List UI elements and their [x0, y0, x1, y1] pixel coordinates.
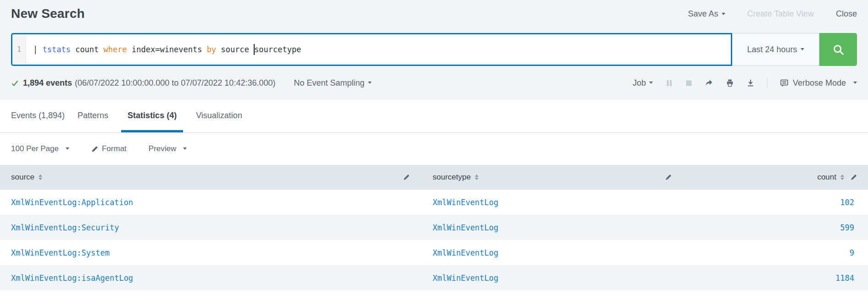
verbose-mode-icon — [780, 79, 789, 87]
share-job-icon[interactable] — [705, 79, 713, 87]
cell-sourcetype[interactable]: XmlWinEventLog — [422, 240, 684, 265]
top-actions: Save As Create Table View Close — [688, 6, 857, 19]
time-range-label: Last 24 hours — [747, 45, 797, 55]
job-controls: Job — [633, 78, 857, 88]
column-label-count: count — [817, 173, 836, 182]
tab-events[interactable]: Events (1,894) — [11, 100, 65, 132]
query-pipe: | — [33, 45, 42, 54]
cell-source[interactable]: XmlWinEventLog:Security — [0, 215, 422, 240]
search-header-section: New Search Save As Create Table View Clo… — [0, 0, 868, 100]
query-command: tstats — [42, 45, 70, 54]
format-button[interactable]: Format — [91, 144, 127, 153]
events-count: 1,894 events — [23, 78, 72, 88]
table-row: XmlWinEventLog:isaAgentLog XmlWinEventLo… — [0, 265, 868, 290]
caret-down-icon — [649, 82, 653, 84]
search-query-editor[interactable]: 1 | tstats count where index=winevents b… — [11, 33, 732, 66]
search-mode-label: Verbose Mode — [793, 78, 846, 88]
column-label-sourcetype: sourcetype — [433, 173, 471, 182]
search-query-input[interactable]: | tstats count where index=winevents by … — [26, 34, 731, 65]
divider — [767, 78, 768, 88]
tab-visualization[interactable]: Visualization — [196, 100, 242, 132]
cell-count[interactable]: 599 — [684, 215, 868, 240]
search-button[interactable] — [819, 33, 857, 66]
cell-count[interactable]: 9 — [684, 240, 868, 265]
search-mode-selector[interactable]: Verbose Mode — [780, 78, 857, 88]
cell-sourcetype[interactable]: XmlWinEventLog — [422, 215, 684, 240]
search-bar: 1 | tstats count where index=winevents b… — [11, 33, 857, 66]
sort-sourcetype-header[interactable]: sourcetype — [433, 173, 479, 182]
page-title: New Search — [11, 6, 85, 21]
sort-source-header[interactable]: source — [11, 173, 42, 182]
save-as-button[interactable]: Save As — [688, 9, 725, 19]
query-keyword-by: by — [207, 45, 216, 54]
title-row: New Search Save As Create Table View Clo… — [11, 6, 857, 25]
statistics-table: source sourcetype — [0, 165, 868, 290]
caret-down-icon — [853, 82, 857, 84]
caret-down-icon — [368, 82, 372, 84]
sort-icon — [840, 175, 844, 180]
table-row: XmlWinEventLog:System XmlWinEventLog 9 — [0, 240, 868, 265]
create-table-view-button: Create Table View — [747, 9, 814, 19]
results-tabs: Events (1,894) Patterns Statistics (4) V… — [0, 100, 868, 133]
events-time-span: (06/07/2022 10:00:00.000 to 07/07/2022 1… — [75, 78, 275, 88]
stop-job-icon — [685, 80, 692, 87]
query-text: source — [216, 45, 254, 54]
line-number-gutter: 1 — [12, 34, 26, 65]
cell-count[interactable]: 102 — [684, 190, 868, 215]
cell-source[interactable]: XmlWinEventLog:Application — [0, 190, 422, 215]
paintbrush-icon — [91, 146, 98, 153]
query-text: sourcetype — [254, 45, 301, 54]
edit-column-icon[interactable] — [665, 174, 672, 180]
preview-selector[interactable]: Preview — [149, 144, 187, 153]
job-menu-button[interactable]: Job — [633, 78, 653, 88]
pause-job-icon — [665, 79, 673, 87]
sort-count-header[interactable]: count — [817, 173, 844, 182]
tab-statistics[interactable]: Statistics (4) — [121, 100, 183, 132]
column-label-source: source — [11, 173, 34, 182]
table-row: XmlWinEventLog:Security XmlWinEventLog 5… — [0, 215, 868, 240]
cell-source[interactable]: XmlWinEventLog:isaAgentLog — [0, 265, 422, 290]
query-text: count — [71, 45, 104, 54]
table-row: XmlWinEventLog:Application XmlWinEventLo… — [0, 190, 868, 215]
query-text: index=winevents — [127, 45, 207, 54]
tab-patterns[interactable]: Patterns — [78, 100, 108, 132]
sort-icon — [39, 175, 42, 180]
query-keyword-where: where — [104, 45, 127, 54]
results-toolbar: 100 Per Page Format Preview — [0, 133, 868, 165]
close-button[interactable]: Close — [836, 9, 857, 19]
export-download-icon[interactable] — [746, 79, 755, 87]
sort-icon — [475, 175, 479, 180]
cell-sourcetype[interactable]: XmlWinEventLog — [422, 190, 684, 215]
events-summary: 1,894 events (06/07/2022 10:00:00.000 to… — [11, 78, 372, 88]
success-check-icon — [11, 79, 19, 87]
time-range-picker[interactable]: Last 24 hours — [732, 33, 819, 66]
cell-sourcetype[interactable]: XmlWinEventLog — [422, 265, 684, 290]
caret-down-icon — [66, 147, 69, 150]
print-icon[interactable] — [726, 79, 734, 87]
magnifier-icon — [832, 44, 845, 56]
table-header-row: source sourcetype — [0, 165, 868, 190]
cell-source[interactable]: XmlWinEventLog:System — [0, 240, 422, 265]
caret-down-icon — [183, 147, 187, 150]
caret-down-icon — [801, 48, 804, 50]
job-status-bar: 1,894 events (06/07/2022 10:00:00.000 to… — [11, 73, 857, 93]
per-page-selector[interactable]: 100 Per Page — [11, 144, 69, 153]
cell-count[interactable]: 1184 — [684, 265, 868, 290]
line-number: 1 — [17, 45, 21, 54]
edit-column-icon[interactable] — [403, 174, 410, 180]
event-sampling-selector[interactable]: No Event Sampling — [294, 78, 371, 88]
caret-down-icon — [722, 13, 725, 15]
edit-column-icon[interactable] — [851, 174, 857, 180]
